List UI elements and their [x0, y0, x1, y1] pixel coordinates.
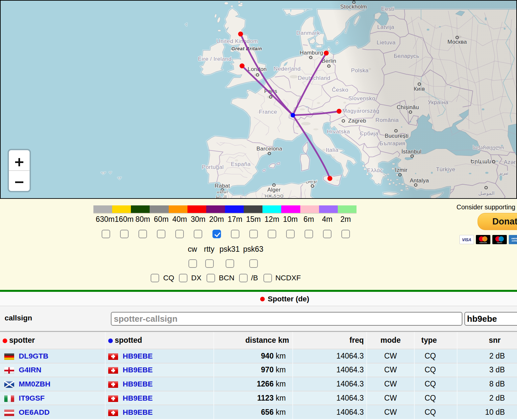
svg-text:VISA: VISA: [462, 238, 471, 242]
svg-text:AMERICAN: AMERICAN: [511, 238, 517, 240]
svg-text:EXPRESS: EXPRESS: [512, 240, 517, 242]
svg-text:maestro: maestro: [497, 242, 503, 244]
svg-text:mastercard: mastercard: [480, 242, 487, 244]
